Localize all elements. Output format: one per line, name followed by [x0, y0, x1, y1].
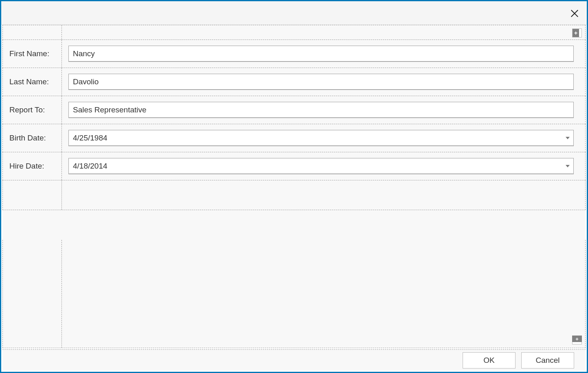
add-row-handle[interactable]: + [572, 336, 582, 344]
hire-date-row: Hire Date: [2, 152, 586, 180]
report-to-label: Report To: [3, 96, 62, 124]
close-icon [570, 9, 579, 18]
spacer-input-cell [62, 180, 585, 210]
birth-date-input-cell [62, 124, 585, 152]
hire-date-input-cell [62, 152, 585, 180]
last-name-input[interactable] [68, 74, 574, 90]
fill-area: + [2, 240, 586, 348]
header-input-cell: + [62, 25, 585, 39]
birth-date-row: Birth Date: [2, 124, 586, 152]
first-name-row: First Name: [2, 40, 586, 68]
ok-button[interactable]: OK [463, 352, 516, 369]
first-name-label: First Name: [3, 40, 62, 68]
last-name-input-cell [62, 68, 585, 96]
fill-label-cell [3, 240, 62, 348]
dialog-footer: OK Cancel [2, 349, 586, 371]
report-to-row: Report To: [2, 96, 586, 124]
report-to-input[interactable] [68, 102, 574, 118]
add-column-handle[interactable]: + [572, 29, 582, 37]
spacer-row [2, 180, 586, 210]
hire-date-label: Hire Date: [3, 152, 62, 180]
first-name-input-cell [62, 40, 585, 68]
form-header-row: + [2, 25, 586, 40]
form-content-area: + First Name: Last Name: Report To: Birt… [2, 25, 586, 348]
handle-bar [572, 342, 582, 344]
plus-icon: + [572, 336, 582, 342]
birth-date-input[interactable] [68, 130, 574, 146]
last-name-row: Last Name: [2, 68, 586, 96]
fill-body: + [62, 240, 585, 348]
close-button[interactable] [567, 6, 582, 21]
spacer-label-cell [3, 180, 62, 210]
hire-date-wrap [68, 158, 574, 174]
titlebar [1, 1, 587, 25]
dialog-window: + First Name: Last Name: Report To: Birt… [0, 0, 588, 373]
hire-date-input[interactable] [68, 158, 574, 174]
birth-date-wrap [68, 130, 574, 146]
first-name-input[interactable] [68, 46, 574, 62]
cancel-button[interactable]: Cancel [521, 352, 574, 369]
report-to-input-cell [62, 96, 585, 124]
birth-date-label: Birth Date: [3, 124, 62, 152]
plus-icon: + [573, 29, 579, 37]
last-name-label: Last Name: [3, 68, 62, 96]
header-label-cell [3, 25, 62, 39]
